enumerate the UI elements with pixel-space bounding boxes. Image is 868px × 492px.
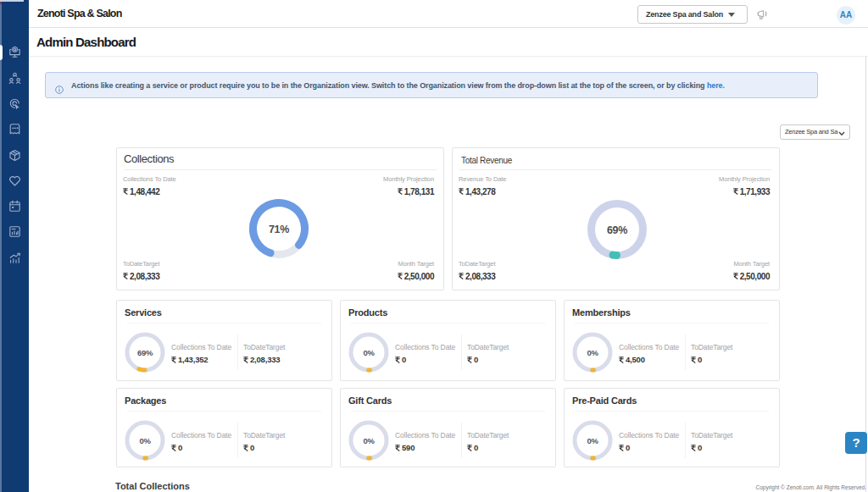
svg-text:0%: 0%: [363, 436, 375, 445]
svg-text:0%: 0%: [587, 436, 598, 445]
svg-text:69%: 69%: [607, 224, 627, 236]
svg-text:0%: 0%: [363, 348, 375, 357]
svg-text:69%: 69%: [137, 348, 153, 357]
svg-text:71%: 71%: [269, 224, 289, 235]
svg-text:0%: 0%: [587, 348, 598, 357]
svg-text:0%: 0%: [139, 436, 151, 445]
